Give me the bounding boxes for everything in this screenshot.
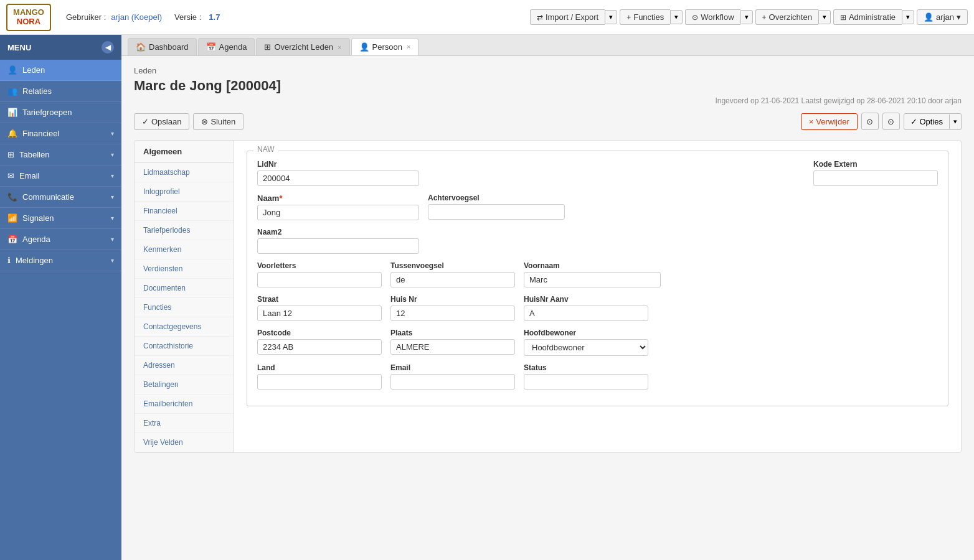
- form-nav-kenmerken[interactable]: Kenmerken: [135, 240, 234, 259]
- tussenvoegsel-input[interactable]: [390, 272, 515, 287]
- workflow-button[interactable]: ⊙ Workflow: [685, 9, 740, 25]
- communicatie-icon: 📞: [7, 192, 17, 202]
- huisnr-aanv-group: HuisNr Aanv: [524, 295, 648, 321]
- communicatie-chevron-icon: ▾: [111, 194, 114, 200]
- logo-area: MANGO NORA: [6, 4, 51, 31]
- import-export-dropdown[interactable]: ▾: [605, 10, 617, 24]
- sidebar-item-signalen[interactable]: 📶 Signalen ▾: [0, 208, 121, 229]
- form-nav-tariefperiodes[interactable]: Tariefperiodes: [135, 221, 234, 240]
- save-button[interactable]: ✓ Opslaan: [134, 113, 189, 130]
- nav-next-button[interactable]: ⊙: [882, 113, 900, 130]
- sidebar-item-agenda[interactable]: 📅 Agenda ▾: [0, 229, 121, 250]
- sidebar-item-leden[interactable]: 👤 Leden: [0, 60, 121, 81]
- form-nav-lidmaatschap[interactable]: Lidmaatschap: [135, 163, 234, 182]
- straat-input[interactable]: [257, 306, 382, 321]
- tabellen-chevron-icon: ▾: [111, 151, 114, 158]
- sidebar-item-communicatie[interactable]: 📞 Communicatie ▾: [0, 187, 121, 208]
- functies-group: + Functies ▾: [620, 9, 683, 25]
- action-left: ✓ Opslaan ⊗ Sluiten: [134, 113, 244, 130]
- huisnr-aanv-input[interactable]: [524, 306, 648, 321]
- form-body: NAW LidNr Kode Extern: [234, 141, 961, 452]
- tabs-bar: 🏠 Dashboard 📅 Agenda ⊞ Overzicht Leden ×…: [121, 35, 974, 56]
- form-nav-documenten[interactable]: Documenten: [135, 279, 234, 298]
- land-input[interactable]: [257, 374, 382, 390]
- tab-dashboard[interactable]: 🏠 Dashboard: [128, 38, 197, 55]
- delete-button[interactable]: × Verwijder: [801, 113, 858, 130]
- email-chevron-icon: ▾: [111, 172, 114, 179]
- tab-agenda[interactable]: 📅 Agenda: [198, 38, 255, 55]
- form-nav-extra[interactable]: Extra: [135, 414, 234, 433]
- naw-legend: NAW: [253, 145, 278, 154]
- huisnr-aanv-label: HuisNr Aanv: [524, 295, 648, 304]
- close-button[interactable]: ⊗ Sluiten: [193, 113, 244, 130]
- version-number: 1.7: [209, 12, 220, 22]
- sidebar: MENU ◀ 👤 Leden 👥 Relaties 📊 Tariefgroepe…: [0, 35, 121, 560]
- user-label: Gebruiker :: [66, 12, 106, 22]
- overzichten-dropdown[interactable]: ▾: [818, 10, 831, 24]
- status-input[interactable]: [524, 374, 648, 390]
- email-icon: ✉: [7, 171, 14, 180]
- sidebar-item-meldingen[interactable]: ℹ Meldingen ▾: [0, 250, 121, 271]
- financieel-chevron-icon: ▾: [111, 130, 114, 137]
- form-nav-financieel[interactable]: Financieel: [135, 202, 234, 221]
- form-nav-emailberichten[interactable]: Emailberichten: [135, 394, 234, 414]
- kode-extern-input[interactable]: [813, 170, 938, 186]
- form-nav-vrije-velden[interactable]: Vrije Velden: [135, 433, 234, 452]
- tab-persoon[interactable]: 👤 Persoon ×: [351, 38, 419, 55]
- hoofdbewoner-group: Hoofdbewoner Hoofdbewoner Medebewoner: [524, 329, 648, 356]
- sidebar-item-relaties[interactable]: 👥 Relaties: [0, 81, 121, 102]
- voorletters-input[interactable]: [257, 272, 382, 287]
- tab-overzicht-leden[interactable]: ⊞ Overzicht Leden ×: [256, 38, 349, 55]
- form-nav-betalingen[interactable]: Betalingen: [135, 375, 234, 394]
- form-row-naam: Naam* Achtervoegsel: [257, 194, 938, 220]
- form-nav-adressen[interactable]: Adressen: [135, 356, 234, 375]
- form-row-postcode: Postcode Plaats Hoofdbewoner Hoofdbewon: [257, 329, 938, 356]
- sidebar-collapse-button[interactable]: ◀: [102, 41, 114, 54]
- workflow-dropdown[interactable]: ▾: [740, 10, 753, 24]
- sidebar-item-tariefgroepen[interactable]: 📊 Tariefgroepen: [0, 102, 121, 123]
- form-row-lidnr: LidNr Kode Extern: [257, 160, 938, 186]
- import-export-button[interactable]: ⇄ Import / Export: [530, 9, 605, 25]
- options-button[interactable]: ✓ Opties: [904, 114, 949, 129]
- form-nav-functies[interactable]: Functies: [135, 298, 234, 317]
- overzicht-tab-close[interactable]: ×: [338, 44, 341, 51]
- user-name[interactable]: arjan (Koepel): [111, 12, 162, 22]
- voornaam-input[interactable]: [524, 272, 661, 287]
- naam2-input[interactable]: [257, 238, 419, 254]
- logo: MANGO NORA: [6, 4, 51, 31]
- achtervoegsel-input[interactable]: [428, 204, 565, 220]
- agenda-chevron-icon: ▾: [111, 236, 114, 243]
- user-menu-button[interactable]: 👤 arjan ▾: [917, 9, 968, 25]
- overzicht-tab-icon: ⊞: [264, 42, 271, 52]
- functies-dropdown[interactable]: ▾: [670, 10, 683, 24]
- sidebar-item-financieel[interactable]: 🔔 Financieel ▾: [0, 123, 121, 144]
- postcode-input[interactable]: [257, 339, 382, 355]
- lidnr-group: LidNr: [257, 160, 419, 186]
- lidnr-input[interactable]: [257, 170, 419, 186]
- record-meta: Ingevoerd op 21-06-2021 Laatst gewijzigd…: [134, 96, 962, 105]
- huis-nr-label: Huis Nr: [390, 295, 515, 304]
- save-icon: ✓: [142, 117, 149, 126]
- nav-prev-button[interactable]: ⊙: [861, 113, 879, 130]
- sidebar-item-email[interactable]: ✉ Email ▾: [0, 166, 121, 187]
- form-nav-verdiensten[interactable]: Verdiensten: [135, 259, 234, 279]
- delete-icon: ×: [809, 117, 814, 126]
- form-nav-contacthistorie[interactable]: Contacthistorie: [135, 337, 234, 356]
- form-nav-contactgegevens[interactable]: Contactgegevens: [135, 317, 234, 337]
- plaats-input[interactable]: [390, 339, 515, 355]
- email-input[interactable]: [390, 374, 515, 390]
- nav-prev-icon: ⊙: [866, 117, 873, 126]
- administratie-button[interactable]: ⊞ Administratie: [833, 9, 902, 25]
- form-nav-inlogprofiel[interactable]: Inlogprofiel: [135, 182, 234, 202]
- huis-nr-input[interactable]: [390, 306, 515, 321]
- functies-button[interactable]: + Functies: [620, 9, 670, 25]
- options-dropdown[interactable]: ▾: [949, 114, 961, 129]
- persoon-tab-close[interactable]: ×: [407, 43, 410, 50]
- overzichten-button[interactable]: + Overzichten: [755, 9, 818, 25]
- hoofdbewoner-select[interactable]: Hoofdbewoner Medebewoner: [524, 339, 648, 356]
- sidebar-item-tabellen[interactable]: ⊞ Tabellen ▾: [0, 144, 121, 166]
- voornaam-label: Voornaam: [524, 261, 661, 270]
- naam-input[interactable]: [257, 205, 419, 220]
- administratie-group: ⊞ Administratie ▾: [833, 9, 914, 25]
- administratie-dropdown[interactable]: ▾: [902, 10, 914, 24]
